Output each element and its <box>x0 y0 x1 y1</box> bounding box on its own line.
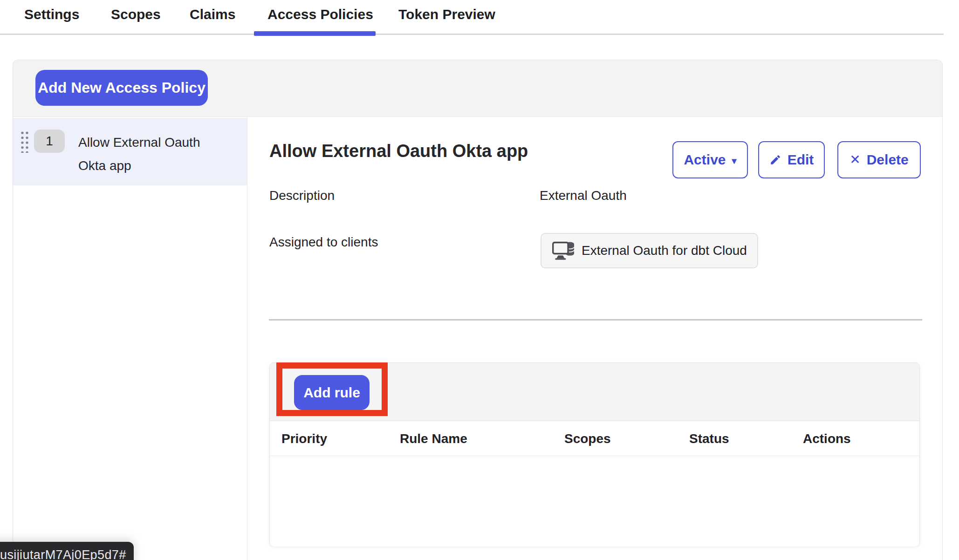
page: Settings Scopes Claims Access Policies T… <box>0 0 959 560</box>
pencil-icon <box>769 154 781 166</box>
rules-table-header: Priority Rule Name Scopes Status Actions <box>270 421 919 456</box>
link-status-tooltip: usijiutarM7Aj0Ep5d7# <box>0 542 134 560</box>
tab-bar: Settings Scopes Claims Access Policies T… <box>0 0 959 35</box>
caret-down-icon: ▾ <box>732 155 737 166</box>
column-status: Status <box>689 431 729 446</box>
delete-button[interactable]: ✕ Delete <box>837 141 921 178</box>
close-icon: ✕ <box>849 152 860 167</box>
assigned-client-name: External Oauth for dbt Cloud <box>582 243 747 258</box>
add-rule-button[interactable]: Add rule <box>294 375 370 410</box>
tab-settings[interactable]: Settings <box>24 7 79 22</box>
status-label: Active <box>684 152 726 168</box>
column-rule-name: Rule Name <box>400 431 467 446</box>
assigned-to-clients-label: Assigned to clients <box>269 235 378 250</box>
computer-icon <box>552 240 576 261</box>
description-label: Description <box>269 188 335 203</box>
column-scopes: Scopes <box>564 431 611 446</box>
link-status-text: usijiutarM7Aj0Ep5d7# <box>0 548 126 560</box>
edit-label: Edit <box>788 152 814 168</box>
section-divider <box>269 319 922 321</box>
status-dropdown-button[interactable]: Active ▾ <box>672 141 748 178</box>
column-priority: Priority <box>281 431 327 446</box>
drag-handle-icon[interactable] <box>20 130 28 153</box>
sidebar-divider <box>247 117 247 560</box>
policy-toolbar: Add New Access Policy <box>13 60 942 117</box>
tab-token-preview[interactable]: Token Preview <box>398 7 495 22</box>
tab-scopes[interactable]: Scopes <box>111 7 161 22</box>
edit-button[interactable]: Edit <box>758 141 825 178</box>
active-tab-underline <box>254 31 376 36</box>
add-new-access-policy-button[interactable]: Add New Access Policy <box>35 70 208 106</box>
priority-badge: 1 <box>34 130 65 153</box>
rules-table-card: Add rule Priority Rule Name Scopes Statu… <box>269 362 920 546</box>
tab-access-policies[interactable]: Access Policies <box>267 7 373 22</box>
tab-claims[interactable]: Claims <box>190 7 235 22</box>
rules-table-body-empty <box>270 456 919 546</box>
column-actions: Actions <box>803 431 851 446</box>
policy-item-label: Allow External Oauth Okta app <box>78 131 211 178</box>
policy-list-item[interactable]: 1 Allow External Oauth Okta app <box>13 118 247 185</box>
policy-title: Allow External Oauth Okta app <box>269 141 528 161</box>
description-value: External Oauth <box>540 188 627 203</box>
delete-label: Delete <box>867 152 909 168</box>
tab-bar-divider <box>0 34 944 35</box>
assigned-client-chip: External Oauth for dbt Cloud <box>541 233 758 268</box>
rules-toolbar: Add rule <box>270 363 919 421</box>
